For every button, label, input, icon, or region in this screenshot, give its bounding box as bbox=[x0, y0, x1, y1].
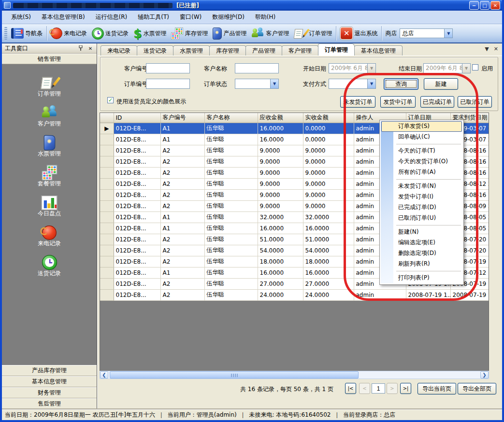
enable-checkbox[interactable] bbox=[472, 64, 478, 70]
cancelled-orders-button[interactable]: 已取消订单 bbox=[458, 96, 492, 108]
next-page-button[interactable]: > bbox=[387, 383, 398, 394]
menu-aux-tools[interactable]: 辅助工具(T) bbox=[132, 11, 174, 23]
toolbar-exit[interactable]: ✕ 退出系统 bbox=[338, 26, 380, 41]
order-no-input[interactable] bbox=[146, 79, 190, 89]
end-date-picker[interactable]: 2009年 6月 8日 ▼ bbox=[423, 63, 471, 73]
order-status-combobox[interactable]: ▼ bbox=[235, 79, 279, 89]
menu-system[interactable]: 系统(S) bbox=[6, 11, 36, 23]
toolbar-navigator[interactable]: 导航条 bbox=[9, 27, 45, 40]
tab-dropdown-icon[interactable]: ▼ bbox=[485, 46, 489, 52]
query-button[interactable]: 查询 bbox=[384, 78, 418, 90]
start-date-picker[interactable]: 2009年 6月 8日 ▼ bbox=[329, 63, 376, 73]
pin-icon[interactable] bbox=[77, 45, 84, 52]
row-selector-cell[interactable] bbox=[100, 200, 114, 211]
context-menu-item-delete-selected[interactable]: 删除选定项(D) bbox=[381, 248, 462, 259]
toolbar-customers[interactable]: 客户管理 bbox=[249, 26, 291, 41]
toolbar-grip[interactable] bbox=[4, 27, 7, 40]
pay-method-combobox[interactable]: ▼ bbox=[329, 79, 376, 89]
column-header[interactable]: 客户编号 bbox=[160, 113, 204, 123]
store-combobox[interactable]: 总店 ▼ bbox=[400, 28, 453, 38]
menu-data-maint[interactable]: 数据维护(D) bbox=[207, 11, 250, 23]
toolbar-inventory[interactable]: 库存管理 bbox=[169, 26, 210, 41]
customer-name-input[interactable] bbox=[235, 63, 279, 73]
tab-water-tickets[interactable]: 水票管理 bbox=[173, 45, 210, 56]
sidebar-section-product-inventory[interactable]: 产品库存管理 bbox=[2, 365, 97, 376]
tab-call-records[interactable]: 来电记录 bbox=[101, 45, 137, 56]
row-selector-header[interactable] bbox=[100, 113, 114, 123]
column-header[interactable]: 实收金额 bbox=[303, 113, 354, 123]
close-button[interactable]: ✕ bbox=[490, 1, 500, 10]
row-selector-cell[interactable] bbox=[100, 167, 114, 178]
context-menu-item-unshipped-orders[interactable]: 未发货订单(N) bbox=[381, 181, 462, 192]
context-menu-item-all-orders[interactable]: 所有的订单(A) bbox=[381, 167, 462, 178]
color-checkbox[interactable]: ✓ bbox=[107, 97, 114, 103]
export-all-pages-button[interactable]: 导出全部页 bbox=[458, 383, 496, 394]
column-header[interactable]: ID bbox=[114, 113, 160, 123]
toolbar-water-tickets[interactable]: $ 水票管理 bbox=[131, 26, 169, 41]
row-selector-cell[interactable] bbox=[100, 256, 114, 267]
maximize-button[interactable]: □ bbox=[480, 1, 490, 10]
context-menu-item-refresh-list[interactable]: 刷新列表(R) bbox=[381, 259, 462, 269]
row-selector-cell[interactable] bbox=[100, 223, 114, 234]
tab-delivery-records[interactable]: 送货记录 bbox=[137, 45, 173, 56]
row-selector-cell[interactable] bbox=[100, 211, 114, 223]
chevron-down-icon[interactable]: ▼ bbox=[444, 29, 452, 38]
row-selector-cell[interactable] bbox=[100, 134, 114, 145]
context-menu-item-today-orders[interactable]: 今天的订单(T) bbox=[381, 146, 462, 156]
horizontal-scrollbar[interactable]: ❮ ❯ bbox=[100, 371, 489, 379]
context-menu-item-shipping-orders[interactable]: 发货中订单(I) bbox=[381, 192, 462, 202]
row-selector-cell[interactable] bbox=[100, 245, 114, 256]
tab-basic-info[interactable]: 基本信息管理 bbox=[354, 45, 403, 56]
sidebar-item-today-stocktake[interactable]: 今日盘点 bbox=[2, 190, 97, 220]
shipping-orders-button[interactable]: 发货中订单 bbox=[380, 96, 416, 108]
sidebar-item-call-records[interactable]: 来电记录 bbox=[2, 220, 97, 250]
page-number-input[interactable] bbox=[372, 383, 385, 394]
last-page-button[interactable]: >| bbox=[400, 383, 411, 394]
toolbar-delivery-records[interactable]: 送货记录 bbox=[89, 26, 131, 41]
sidebar-section-finance[interactable]: 财务管理 bbox=[2, 387, 97, 398]
row-selector-cell[interactable]: ▶ bbox=[100, 123, 114, 134]
column-header[interactable]: 应收金额 bbox=[258, 113, 303, 123]
menu-run-info[interactable]: 运行信息(R) bbox=[90, 11, 133, 23]
sidebar-section-basic-info[interactable]: 基本信息管理 bbox=[2, 376, 97, 387]
context-menu-item-order-ship[interactable]: 订单发货(S) bbox=[381, 121, 462, 132]
chevron-down-icon[interactable]: ▼ bbox=[270, 79, 278, 88]
sidebar-section-sales[interactable]: 销售管理 bbox=[2, 54, 97, 64]
completed-orders-button[interactable]: 已完成订单 bbox=[420, 96, 454, 108]
tab-inventory[interactable]: 库存管理 bbox=[209, 45, 246, 56]
tab-products[interactable]: 产品管理 bbox=[245, 45, 282, 56]
sidebar-item-delivery-records[interactable]: 送货记录 bbox=[2, 250, 97, 280]
scrollbar-thumb[interactable] bbox=[110, 371, 359, 379]
export-current-page-button[interactable]: 导出当前页 bbox=[418, 383, 456, 394]
tab-close-icon[interactable]: ✕ bbox=[494, 46, 498, 52]
sidebar-item-order-management[interactable]: 订单管理 bbox=[2, 70, 97, 100]
row-selector-cell[interactable] bbox=[100, 189, 114, 200]
first-page-button[interactable]: |< bbox=[345, 383, 356, 394]
context-menu-item-cancelled-orders[interactable]: 已取消订单(U) bbox=[381, 213, 462, 224]
row-selector-cell[interactable] bbox=[100, 278, 114, 289]
scrollbar-track[interactable] bbox=[108, 371, 480, 379]
customer-no-input[interactable] bbox=[146, 63, 190, 73]
row-selector-cell[interactable] bbox=[100, 178, 114, 189]
context-menu-item-receipt-confirm[interactable]: 回单确认(C) bbox=[381, 132, 462, 142]
context-menu-item-edit-selected[interactable]: 编辑选定项(E) bbox=[381, 238, 462, 248]
menu-basic-info[interactable]: 基本信息管理(B) bbox=[36, 11, 90, 23]
table-row[interactable]: 012D-E8...A2伍华聪24.000024.0000admin2008-0… bbox=[100, 289, 489, 300]
sidebar-item-package-management[interactable]: 套餐管理 bbox=[2, 160, 97, 190]
minimize-button[interactable]: − bbox=[469, 1, 479, 10]
scroll-left-icon[interactable]: ❮ bbox=[100, 371, 108, 379]
sidebar-section-after-sales[interactable]: 售后管理 bbox=[2, 398, 97, 409]
sidebar-item-water-ticket-management[interactable]: 水票管理 bbox=[2, 130, 97, 160]
chevron-down-icon[interactable]: ▼ bbox=[367, 79, 375, 88]
context-menu-item-print-list[interactable]: 打印列表(P) bbox=[381, 273, 462, 283]
row-selector-cell[interactable] bbox=[100, 267, 114, 278]
menu-help[interactable]: 帮助(H) bbox=[250, 11, 281, 23]
new-button[interactable]: 新建 bbox=[424, 78, 458, 90]
row-selector-cell[interactable] bbox=[100, 156, 114, 167]
column-header[interactable]: 客户名称 bbox=[204, 113, 258, 123]
prev-page-button[interactable]: < bbox=[359, 383, 370, 394]
tab-orders[interactable]: 订单管理 bbox=[318, 43, 355, 56]
toolbar-call-records[interactable]: 来电记录 bbox=[48, 26, 89, 41]
menu-window[interactable]: 窗口(W) bbox=[174, 11, 207, 23]
unshipped-orders-button[interactable]: 未发货订单 bbox=[340, 96, 375, 108]
